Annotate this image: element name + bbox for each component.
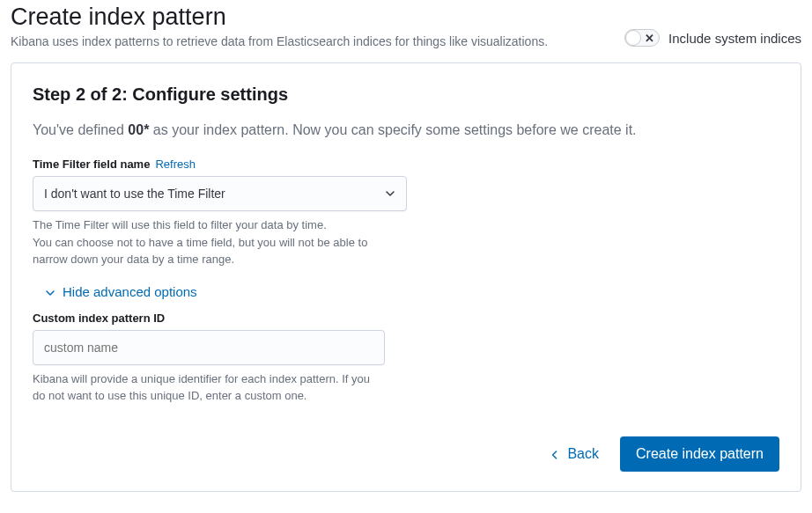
back-button[interactable]: Back <box>551 446 599 462</box>
custom-id-group: Custom index pattern ID Kibana will prov… <box>33 311 407 405</box>
time-filter-help: The Time Filter will use this field to f… <box>33 216 407 268</box>
header-right: ✕ Include system indices <box>624 29 801 48</box>
step-desc-prefix: You've defined <box>33 122 128 137</box>
back-label: Back <box>567 446 599 462</box>
advanced-options-toggle[interactable]: Hide advanced options <box>45 284 779 299</box>
include-system-indices-toggle[interactable]: ✕ <box>624 29 660 47</box>
time-filter-group: Time Filter field name Refresh I don't w… <box>33 158 407 268</box>
time-filter-label-row: Time Filter field name Refresh <box>33 158 407 171</box>
page-header: Create index pattern Kibana uses index p… <box>0 0 812 62</box>
page-subtitle: Kibana uses index patterns to retrieve d… <box>11 34 624 48</box>
chevron-left-icon <box>551 448 560 460</box>
chevron-down-icon <box>385 188 395 199</box>
time-filter-selected-value: I don't want to use the Time Filter <box>44 187 225 201</box>
chevron-down-icon <box>45 286 55 297</box>
config-panel: Step 2 of 2: Configure settings You've d… <box>11 62 801 492</box>
refresh-link[interactable]: Refresh <box>155 158 196 171</box>
custom-id-label: Custom index pattern ID <box>33 311 407 325</box>
page-title: Create index pattern <box>11 4 624 31</box>
footer-row: Back Create index pattern <box>33 436 779 472</box>
advanced-toggle-label: Hide advanced options <box>63 284 197 299</box>
custom-id-help: Kibana will provide a unique identifier … <box>33 370 385 405</box>
include-system-indices-label: Include system indices <box>668 31 801 46</box>
step-desc-suffix: as your index pattern. Now you can speci… <box>149 122 636 137</box>
step-description: You've defined 00* as your index pattern… <box>33 122 779 138</box>
close-icon: ✕ <box>645 33 654 44</box>
time-filter-label: Time Filter field name <box>33 158 150 171</box>
toggle-knob <box>625 30 641 46</box>
custom-id-input[interactable] <box>33 330 385 365</box>
time-filter-select[interactable]: I don't want to use the Time Filter <box>33 176 407 211</box>
create-index-pattern-button[interactable]: Create index pattern <box>620 436 779 472</box>
step-title: Step 2 of 2: Configure settings <box>33 84 779 105</box>
index-pattern-name: 00* <box>128 122 149 137</box>
header-left: Create index pattern Kibana uses index p… <box>11 4 624 48</box>
